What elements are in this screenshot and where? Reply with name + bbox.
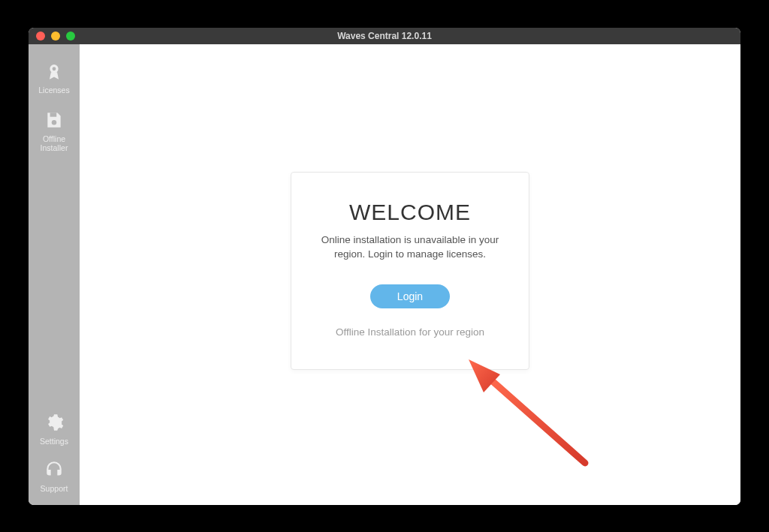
window-close-button[interactable] (36, 32, 45, 41)
sidebar-item-label: Offline Installer (41, 134, 68, 152)
headset-icon (44, 459, 65, 480)
window-zoom-button[interactable] (66, 32, 75, 41)
svg-point-1 (53, 67, 56, 71)
sidebar-item-support[interactable]: Support (29, 459, 80, 493)
welcome-subtext: Online installation is unavailable in yo… (312, 233, 508, 262)
svg-point-3 (52, 120, 57, 125)
gear-icon (44, 412, 65, 433)
main-content: WELCOME Online installation is unavailab… (80, 44, 740, 505)
sidebar-item-label: Settings (40, 437, 68, 446)
svg-line-4 (487, 377, 585, 463)
sidebar-item-offline-installer[interactable]: Offline Installer (29, 110, 80, 152)
save-icon (44, 110, 65, 131)
sidebar-item-settings[interactable]: Settings (29, 412, 80, 446)
sidebar-item-label: Licenses (38, 86, 69, 95)
sidebar-item-licenses[interactable]: Licenses (29, 61, 80, 95)
welcome-card: WELCOME Online installation is unavailab… (291, 172, 529, 370)
window-minimize-button[interactable] (51, 32, 60, 41)
award-icon (44, 61, 65, 82)
sidebar-item-label: Support (41, 484, 68, 493)
svg-rect-2 (50, 113, 57, 116)
login-button[interactable]: Login (370, 284, 450, 308)
sidebar: Licenses Offline Installer Settings (29, 44, 80, 505)
app-window: Waves Central 12.0.11 Licenses Offline I… (29, 28, 740, 505)
window-title: Waves Central 12.0.11 (29, 31, 740, 41)
annotation-arrow-icon (454, 350, 604, 500)
welcome-heading: WELCOME (349, 200, 471, 225)
traffic-lights (29, 32, 75, 41)
offline-installation-link[interactable]: Offline Installation for your region (336, 326, 484, 338)
titlebar: Waves Central 12.0.11 (29, 28, 740, 44)
